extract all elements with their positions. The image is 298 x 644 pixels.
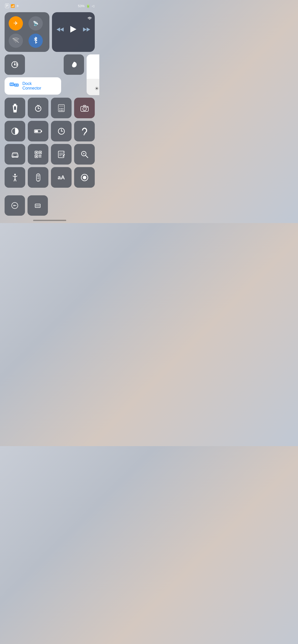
bluetooth-icon [33, 37, 38, 45]
flashlight-button[interactable] [5, 98, 25, 118]
calculator-button[interactable] [51, 98, 72, 118]
location-icon: ◁ [92, 4, 94, 8]
display-button[interactable]: aA [51, 167, 72, 188]
svg-marker-7 [87, 27, 90, 32]
svg-rect-54 [40, 155, 41, 156]
svg-marker-3 [60, 27, 64, 32]
wifi-off-icon [12, 37, 19, 44]
rotation-lock-button[interactable] [5, 54, 25, 75]
dock-connector-label: Dock Connector [22, 81, 41, 91]
remote-button[interactable] [28, 167, 48, 188]
battery-status-button[interactable] [28, 121, 48, 141]
svg-rect-48 [36, 152, 37, 153]
hearing-button[interactable] [74, 121, 95, 141]
svg-point-33 [84, 108, 85, 110]
svg-point-30 [62, 110, 63, 111]
airplane-status-icon: ✈ [16, 4, 19, 8]
svg-point-34 [87, 107, 88, 108]
svg-rect-38 [35, 130, 38, 132]
notes-button[interactable] [51, 144, 72, 165]
svg-point-27 [62, 108, 63, 109]
timer-button[interactable] [28, 98, 48, 118]
right-quick-col: ☀ [64, 54, 99, 95]
svg-marker-5 [70, 26, 76, 33]
quick-left-col: Dock Connector [5, 54, 61, 95]
svg-rect-52 [36, 156, 37, 157]
home-bar [33, 220, 66, 221]
svg-point-43 [84, 134, 85, 135]
svg-rect-37 [41, 130, 42, 132]
svg-rect-12 [15, 84, 18, 86]
dark-mode-button[interactable] [5, 121, 25, 141]
svg-rect-16 [14, 104, 16, 105]
status-bar: P 📶 ✈ 53% 🔋 ◁ [0, 0, 99, 10]
svg-point-45 [16, 156, 18, 157]
magnifier-button[interactable] [74, 144, 95, 165]
cellular-icon: 📡 [33, 21, 38, 26]
svg-rect-53 [39, 155, 40, 156]
svg-rect-24 [59, 105, 64, 107]
top-row: ✈ 📡 [5, 12, 95, 52]
carplay-button[interactable] [5, 144, 25, 165]
quick-toggles-area: Dock Connector ☀ [5, 54, 95, 95]
fastforward-button[interactable] [83, 27, 90, 33]
airplay-header-button[interactable] [87, 15, 92, 21]
svg-point-2 [89, 19, 90, 20]
svg-point-73 [83, 176, 86, 179]
clock-button[interactable] [51, 121, 72, 141]
svg-rect-55 [39, 156, 40, 157]
svg-point-29 [61, 110, 62, 111]
svg-point-42 [61, 131, 62, 131]
svg-point-9 [14, 64, 16, 65]
display-label: aA [58, 174, 65, 181]
extra-btn-2[interactable] [28, 195, 48, 216]
do-not-disturb-button[interactable] [64, 54, 84, 75]
rewind-button[interactable] [57, 27, 64, 33]
status-left: P 📶 ✈ [5, 4, 19, 8]
control-center: ✈ 📡 [0, 10, 99, 195]
dock-connector-icon [10, 82, 19, 90]
svg-rect-13 [16, 85, 17, 85]
play-button[interactable] [70, 25, 77, 35]
camera-button[interactable] [74, 98, 95, 118]
svg-rect-10 [10, 83, 14, 86]
media-controls [55, 15, 92, 35]
svg-line-63 [86, 155, 88, 158]
svg-point-26 [61, 108, 62, 109]
svg-point-66 [14, 174, 16, 175]
svg-rect-17 [14, 106, 16, 110]
media-panel [52, 12, 95, 52]
cellular-button[interactable]: 📡 [29, 16, 43, 31]
svg-rect-11 [11, 84, 13, 85]
grid-row-3 [5, 144, 95, 165]
brightness-slider[interactable]: ☀ [87, 54, 99, 95]
svg-point-44 [12, 156, 14, 157]
qr-code-button[interactable] [28, 144, 48, 165]
brightness-icon: ☀ [94, 85, 99, 92]
svg-point-0 [15, 41, 16, 42]
svg-rect-75 [35, 204, 40, 208]
svg-point-25 [59, 108, 60, 109]
airplane-icon: ✈ [13, 20, 18, 27]
battery-percent: 53% [78, 4, 85, 8]
svg-rect-56 [40, 156, 41, 157]
svg-rect-50 [39, 152, 41, 153]
dock-connector-tooltip: Dock Connector [5, 77, 61, 95]
svg-marker-6 [83, 27, 87, 32]
wifi-icon: 📶 [11, 4, 15, 8]
svg-point-71 [38, 180, 38, 181]
airplane-mode-button[interactable]: ✈ [9, 16, 23, 31]
wifi-button[interactable] [9, 34, 23, 48]
svg-point-68 [37, 175, 39, 177]
home-indicator [0, 217, 99, 223]
grid-row-5-partial [0, 195, 99, 217]
extra-btn-1[interactable] [5, 195, 25, 216]
grid-row-2 [5, 121, 95, 141]
parking-icon: P [5, 4, 9, 8]
battery-icon: 🔋 [86, 4, 90, 8]
bluetooth-button[interactable] [29, 34, 43, 48]
accessibility-button[interactable] [5, 167, 25, 188]
screen-record-button[interactable] [74, 167, 95, 188]
connectivity-panel: ✈ 📡 [5, 12, 49, 52]
status-right: 53% 🔋 ◁ [78, 4, 94, 8]
